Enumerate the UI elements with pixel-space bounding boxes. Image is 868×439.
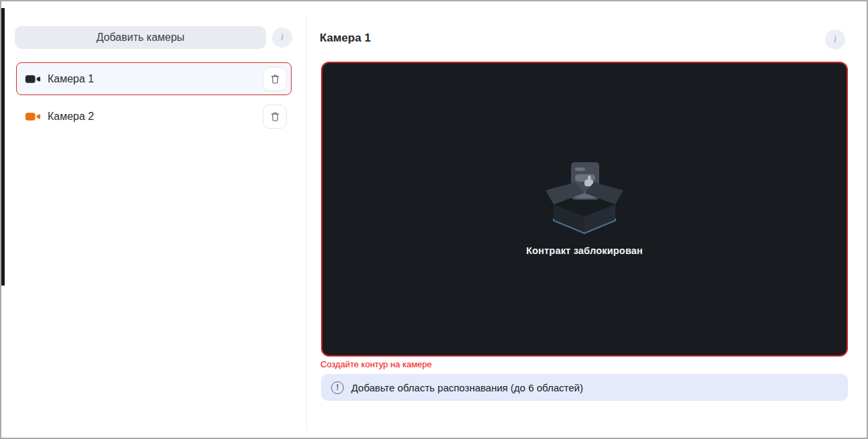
contour-error-text: Создайте контур на камере	[320, 359, 432, 369]
banner-text: Добавьте область распознавания (до 6 обл…	[351, 382, 583, 393]
video-placeholder-text: Контракт заблокирован	[526, 245, 643, 256]
empty-box-icon	[544, 162, 625, 235]
info-icon: i	[281, 33, 284, 42]
delete-camera-button[interactable]	[263, 67, 287, 91]
trash-icon	[269, 73, 281, 85]
video-camera-icon	[25, 111, 41, 122]
camera-item-label: Камера 2	[48, 111, 94, 123]
camera-list-item-2[interactable]: Камера 2	[16, 100, 292, 133]
camera-list-item-1[interactable]: Камера 1	[16, 62, 292, 95]
camera-item-label: Камера 1	[48, 73, 94, 85]
sidebar-info-icon[interactable]: i	[272, 27, 292, 48]
video-camera-icon	[25, 74, 41, 84]
delete-camera-button[interactable]	[263, 105, 287, 129]
trash-icon	[269, 111, 281, 123]
app-window: Добавить камеры i Камера 1 Ка	[0, 0, 868, 439]
page-title: Камера 1	[320, 32, 371, 45]
recognition-area-banner: ! Добавьте область распознавания (до 6 о…	[321, 374, 848, 401]
drawer-edge	[1, 8, 5, 286]
add-cameras-button[interactable]: Добавить камеры	[15, 26, 266, 49]
alert-circle-icon: !	[331, 381, 344, 394]
main-info-icon[interactable]: i	[825, 29, 845, 50]
panel-divider	[306, 16, 307, 430]
info-icon: i	[834, 35, 836, 44]
camera-preview-area[interactable]: Контракт заблокирован	[321, 62, 848, 357]
